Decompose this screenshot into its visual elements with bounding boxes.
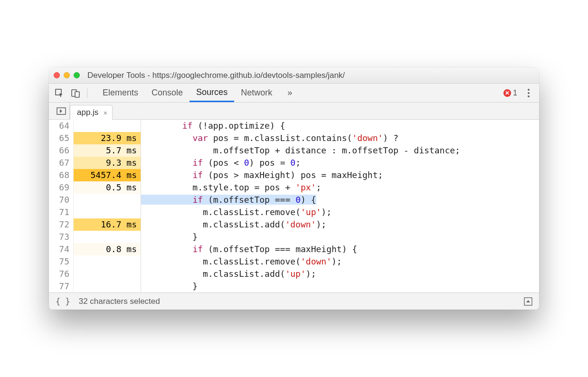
panel-tab-elements[interactable]: Elements	[96, 84, 145, 102]
status-text: 32 characters selected	[79, 297, 160, 306]
device-toggle-icon[interactable]	[71, 88, 80, 98]
devtools-window: Developer Tools - https://googlechrome.g…	[49, 67, 539, 310]
code-line[interactable]: m.classList.add('down');	[141, 218, 539, 231]
code-line[interactable]: if (!app.optimize) {	[141, 120, 539, 132]
code-line[interactable]: }	[141, 231, 539, 243]
line-timing	[74, 231, 141, 243]
line-timing: 0.5 ms	[74, 181, 141, 194]
kebab-menu-icon[interactable]	[524, 89, 533, 97]
line-number: 68	[49, 169, 69, 181]
line-number: 76	[49, 268, 69, 280]
line-number: 74	[49, 243, 69, 255]
close-tab-icon[interactable]: ×	[103, 109, 107, 117]
line-number: 73	[49, 231, 69, 243]
code-line[interactable]: var pos = m.classList.contains('down') ?	[141, 132, 539, 144]
line-number: 71	[49, 206, 69, 218]
line-timing	[74, 120, 141, 132]
line-timing	[74, 206, 141, 218]
line-number: 64	[49, 120, 69, 132]
panel-tab-network[interactable]: Network	[234, 84, 279, 102]
pretty-print-icon[interactable]: { }	[56, 297, 70, 306]
file-tab[interactable]: app.js ×	[70, 105, 113, 120]
error-count: 1	[513, 89, 517, 97]
inspect-element-icon[interactable]	[55, 88, 64, 98]
code-line[interactable]: if (pos > maxHeight) pos = maxHeight;	[141, 169, 539, 181]
file-tab-label: app.js	[77, 108, 98, 117]
line-timing	[74, 280, 141, 292]
error-icon: ✕	[503, 89, 511, 97]
line-number: 69	[49, 181, 69, 194]
code-line[interactable]: }	[141, 280, 539, 292]
code-line[interactable]: m.classList.remove('up');	[141, 206, 539, 218]
code-line[interactable]: m.style.top = pos + 'px';	[141, 181, 539, 194]
code-line[interactable]: if (m.offsetTop === maxHeight) {	[141, 243, 539, 255]
panel-tab-sources[interactable]: Sources	[190, 84, 234, 102]
line-timing: 9.3 ms	[74, 157, 141, 169]
titlebar: Developer Tools - https://googlechrome.g…	[49, 67, 539, 84]
line-timing: 0.8 ms	[74, 243, 141, 255]
minimize-window-button[interactable]	[64, 72, 70, 78]
panel-tabs: ElementsConsoleSourcesNetwork	[96, 84, 279, 102]
code-content[interactable]: if (!app.optimize) { var pos = m.classLi…	[141, 120, 539, 292]
source-editor[interactable]: 6465666768697071727374757677 23.9 ms5.7 …	[49, 120, 539, 292]
line-timing: 16.7 ms	[74, 218, 141, 231]
line-number: 70	[49, 194, 69, 206]
code-line[interactable]: m.classList.add('up');	[141, 268, 539, 280]
line-number: 72	[49, 218, 69, 231]
line-number: 75	[49, 255, 69, 268]
drawer-toggle-icon[interactable]	[524, 297, 532, 306]
panel-tab-console[interactable]: Console	[145, 84, 190, 102]
navigator-toggle-icon[interactable]	[53, 103, 70, 119]
file-tabstrip: app.js ×	[49, 103, 539, 120]
line-timing	[74, 268, 141, 280]
line-number-gutter: 6465666768697071727374757677	[49, 120, 74, 292]
status-bar: { } 32 characters selected	[49, 292, 539, 310]
line-timing	[74, 194, 141, 206]
line-timing: 23.9 ms	[74, 132, 141, 144]
line-number: 77	[49, 280, 69, 292]
code-line[interactable]: m.classList.remove('down');	[141, 255, 539, 268]
main-toolbar: ElementsConsoleSourcesNetwork » ✕ 1	[49, 84, 539, 103]
zoom-window-button[interactable]	[74, 72, 80, 78]
code-line[interactable]: if (pos < 0) pos = 0;	[141, 157, 539, 169]
line-timing: 5.7 ms	[74, 144, 141, 157]
close-window-button[interactable]	[54, 72, 60, 78]
svg-rect-2	[75, 92, 79, 97]
traffic-lights	[54, 72, 80, 78]
line-timing: 5457.4 ms	[74, 169, 141, 181]
line-number: 67	[49, 157, 69, 169]
code-line[interactable]: if (m.offsetTop === 0) {	[141, 194, 539, 206]
more-panels-button[interactable]: »	[281, 84, 299, 102]
line-timing-gutter: 23.9 ms5.7 ms9.3 ms5457.4 ms0.5 ms16.7 m…	[74, 120, 141, 292]
code-line[interactable]: m.offsetTop + distance : m.offsetTop - d…	[141, 144, 539, 157]
window-title: Developer Tools - https://googlechrome.g…	[87, 71, 345, 80]
error-badge[interactable]: ✕ 1	[503, 89, 517, 97]
line-number: 65	[49, 132, 69, 144]
line-timing	[74, 255, 141, 268]
line-number: 66	[49, 144, 69, 157]
